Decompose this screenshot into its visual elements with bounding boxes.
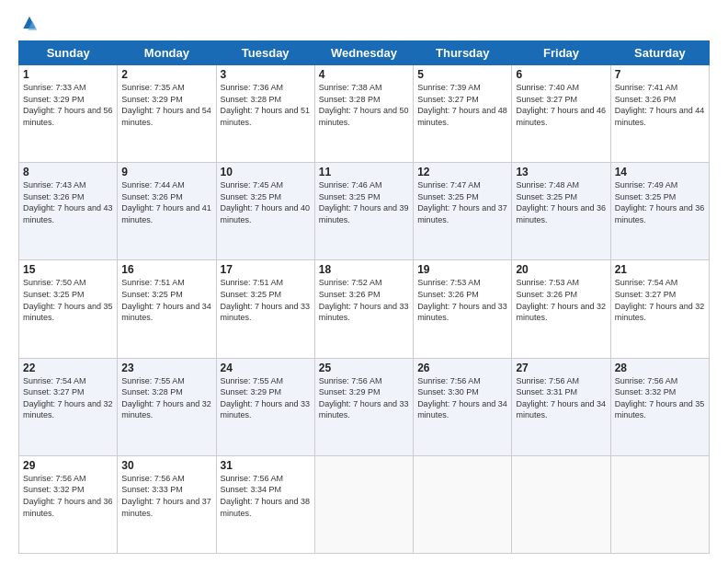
day-info: Sunrise: 7:56 AMSunset: 3:33 PMDaylight:… xyxy=(121,474,211,518)
day-number: 28 xyxy=(615,362,705,374)
day-number: 27 xyxy=(516,362,606,374)
day-info: Sunrise: 7:43 AMSunset: 3:26 PMDaylight:… xyxy=(23,180,113,224)
day-number: 15 xyxy=(23,263,113,276)
day-number: 9 xyxy=(121,166,211,178)
calendar-week-3: 15Sunrise: 7:50 AMSunset: 3:25 PMDayligh… xyxy=(19,260,710,358)
day-info: Sunrise: 7:46 AMSunset: 3:25 PMDaylight:… xyxy=(319,180,409,224)
calendar-header-row: SundayMondayTuesdayWednesdayThursdayFrid… xyxy=(19,41,710,65)
day-info: Sunrise: 7:53 AMSunset: 3:26 PMDaylight:… xyxy=(417,278,507,322)
day-number: 31 xyxy=(221,459,311,472)
day-number: 11 xyxy=(319,166,409,178)
page: SundayMondayTuesdayWednesdayThursdayFrid… xyxy=(0,0,728,563)
day-info: Sunrise: 7:35 AMSunset: 3:29 PMDaylight:… xyxy=(121,83,211,127)
calendar-header-monday: Monday xyxy=(118,41,216,65)
day-info: Sunrise: 7:56 AMSunset: 3:32 PMDaylight:… xyxy=(615,376,705,420)
day-number: 5 xyxy=(417,68,507,81)
day-info: Sunrise: 7:40 AMSunset: 3:27 PMDaylight:… xyxy=(516,83,606,127)
calendar-cell: 21Sunrise: 7:54 AMSunset: 3:27 PMDayligh… xyxy=(610,260,709,358)
day-number: 1 xyxy=(23,68,113,81)
day-number: 25 xyxy=(319,362,409,374)
day-info: Sunrise: 7:44 AMSunset: 3:26 PMDaylight:… xyxy=(121,180,211,224)
calendar-cell: 1Sunrise: 7:33 AMSunset: 3:29 PMDaylight… xyxy=(19,65,118,163)
day-info: Sunrise: 7:51 AMSunset: 3:25 PMDaylight:… xyxy=(121,278,211,322)
day-info: Sunrise: 7:49 AMSunset: 3:25 PMDaylight:… xyxy=(615,180,705,224)
day-info: Sunrise: 7:55 AMSunset: 3:28 PMDaylight:… xyxy=(121,376,211,420)
day-number: 23 xyxy=(121,362,211,374)
day-info: Sunrise: 7:48 AMSunset: 3:25 PMDaylight:… xyxy=(516,180,606,224)
calendar-cell xyxy=(512,455,610,553)
day-number: 14 xyxy=(615,166,705,178)
calendar-week-4: 22Sunrise: 7:54 AMSunset: 3:27 PMDayligh… xyxy=(19,358,710,455)
calendar-header-friday: Friday xyxy=(512,41,610,65)
day-info: Sunrise: 7:47 AMSunset: 3:25 PMDaylight:… xyxy=(417,180,507,224)
calendar-cell: 20Sunrise: 7:53 AMSunset: 3:26 PMDayligh… xyxy=(512,260,610,358)
day-number: 12 xyxy=(417,166,507,178)
day-info: Sunrise: 7:56 AMSunset: 3:31 PMDaylight:… xyxy=(516,376,606,420)
calendar-cell: 8Sunrise: 7:43 AMSunset: 3:26 PMDaylight… xyxy=(19,163,118,260)
calendar-cell: 9Sunrise: 7:44 AMSunset: 3:26 PMDaylight… xyxy=(118,163,216,260)
logo-icon xyxy=(20,15,39,33)
day-number: 4 xyxy=(319,68,409,81)
day-number: 13 xyxy=(516,166,606,178)
calendar-header-tuesday: Tuesday xyxy=(216,41,314,65)
calendar-header-wednesday: Wednesday xyxy=(314,41,413,65)
day-info: Sunrise: 7:39 AMSunset: 3:27 PMDaylight:… xyxy=(417,83,507,127)
day-info: Sunrise: 7:55 AMSunset: 3:29 PMDaylight:… xyxy=(221,376,311,420)
calendar-cell: 11Sunrise: 7:46 AMSunset: 3:25 PMDayligh… xyxy=(314,163,413,260)
day-number: 3 xyxy=(221,68,311,81)
calendar-cell: 15Sunrise: 7:50 AMSunset: 3:25 PMDayligh… xyxy=(19,260,118,358)
day-number: 2 xyxy=(121,68,211,81)
day-info: Sunrise: 7:50 AMSunset: 3:25 PMDaylight:… xyxy=(23,278,113,322)
calendar-cell: 26Sunrise: 7:56 AMSunset: 3:30 PMDayligh… xyxy=(414,358,512,455)
day-number: 21 xyxy=(615,263,705,276)
calendar-cell: 12Sunrise: 7:47 AMSunset: 3:25 PMDayligh… xyxy=(414,163,512,260)
calendar-body: 1Sunrise: 7:33 AMSunset: 3:29 PMDaylight… xyxy=(19,65,710,554)
day-info: Sunrise: 7:56 AMSunset: 3:32 PMDaylight:… xyxy=(23,474,113,518)
calendar-cell: 4Sunrise: 7:38 AMSunset: 3:28 PMDaylight… xyxy=(314,65,413,163)
day-info: Sunrise: 7:38 AMSunset: 3:28 PMDaylight:… xyxy=(319,83,409,127)
calendar-cell: 25Sunrise: 7:56 AMSunset: 3:29 PMDayligh… xyxy=(314,358,413,455)
day-number: 24 xyxy=(221,362,311,374)
calendar-cell: 28Sunrise: 7:56 AMSunset: 3:32 PMDayligh… xyxy=(610,358,709,455)
day-number: 17 xyxy=(221,263,311,276)
calendar-cell: 13Sunrise: 7:48 AMSunset: 3:25 PMDayligh… xyxy=(512,163,610,260)
calendar-cell: 14Sunrise: 7:49 AMSunset: 3:25 PMDayligh… xyxy=(610,163,709,260)
day-number: 22 xyxy=(23,362,113,374)
header xyxy=(18,15,710,33)
day-number: 18 xyxy=(319,263,409,276)
day-info: Sunrise: 7:45 AMSunset: 3:25 PMDaylight:… xyxy=(221,180,311,224)
day-number: 8 xyxy=(23,166,113,178)
calendar-cell: 19Sunrise: 7:53 AMSunset: 3:26 PMDayligh… xyxy=(414,260,512,358)
calendar-cell xyxy=(414,455,512,553)
day-number: 16 xyxy=(121,263,211,276)
day-number: 10 xyxy=(221,166,311,178)
day-info: Sunrise: 7:52 AMSunset: 3:26 PMDaylight:… xyxy=(319,278,409,322)
day-number: 19 xyxy=(417,263,507,276)
logo xyxy=(18,15,39,33)
day-info: Sunrise: 7:36 AMSunset: 3:28 PMDaylight:… xyxy=(221,83,311,127)
calendar-cell: 6Sunrise: 7:40 AMSunset: 3:27 PMDaylight… xyxy=(512,65,610,163)
calendar-cell: 18Sunrise: 7:52 AMSunset: 3:26 PMDayligh… xyxy=(314,260,413,358)
day-info: Sunrise: 7:54 AMSunset: 3:27 PMDaylight:… xyxy=(615,278,705,322)
calendar-cell: 10Sunrise: 7:45 AMSunset: 3:25 PMDayligh… xyxy=(216,163,314,260)
calendar-header-thursday: Thursday xyxy=(414,41,512,65)
calendar-cell xyxy=(610,455,709,553)
calendar-cell: 30Sunrise: 7:56 AMSunset: 3:33 PMDayligh… xyxy=(118,455,216,553)
day-number: 26 xyxy=(417,362,507,374)
calendar-week-1: 1Sunrise: 7:33 AMSunset: 3:29 PMDaylight… xyxy=(19,65,710,163)
calendar-cell: 5Sunrise: 7:39 AMSunset: 3:27 PMDaylight… xyxy=(414,65,512,163)
day-info: Sunrise: 7:41 AMSunset: 3:26 PMDaylight:… xyxy=(615,83,705,127)
calendar-cell: 2Sunrise: 7:35 AMSunset: 3:29 PMDaylight… xyxy=(118,65,216,163)
calendar-cell: 23Sunrise: 7:55 AMSunset: 3:28 PMDayligh… xyxy=(118,358,216,455)
calendar-cell: 22Sunrise: 7:54 AMSunset: 3:27 PMDayligh… xyxy=(19,358,118,455)
calendar-cell: 17Sunrise: 7:51 AMSunset: 3:25 PMDayligh… xyxy=(216,260,314,358)
day-info: Sunrise: 7:56 AMSunset: 3:34 PMDaylight:… xyxy=(221,474,311,518)
calendar-cell: 3Sunrise: 7:36 AMSunset: 3:28 PMDaylight… xyxy=(216,65,314,163)
day-info: Sunrise: 7:54 AMSunset: 3:27 PMDaylight:… xyxy=(23,376,113,420)
day-info: Sunrise: 7:51 AMSunset: 3:25 PMDaylight:… xyxy=(221,278,311,322)
day-number: 7 xyxy=(615,68,705,81)
day-info: Sunrise: 7:33 AMSunset: 3:29 PMDaylight:… xyxy=(23,83,113,127)
calendar-cell: 27Sunrise: 7:56 AMSunset: 3:31 PMDayligh… xyxy=(512,358,610,455)
calendar-week-2: 8Sunrise: 7:43 AMSunset: 3:26 PMDaylight… xyxy=(19,163,710,260)
day-number: 29 xyxy=(23,459,113,472)
